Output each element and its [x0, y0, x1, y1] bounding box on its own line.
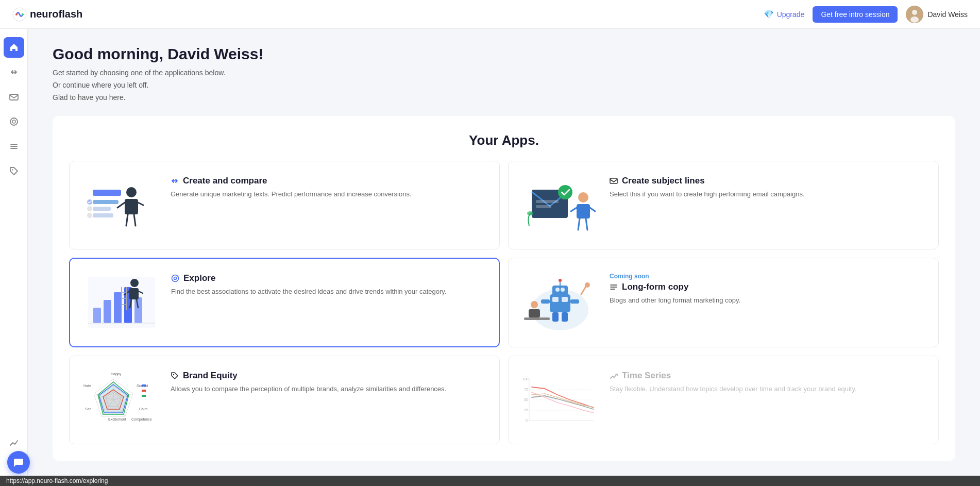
timeseries-card-icon: [610, 372, 618, 380]
svg-point-4: [912, 10, 917, 15]
svg-rect-28: [536, 205, 551, 208]
svg-text:Competence: Competence: [131, 417, 152, 422]
logo-bold-text: flash: [59, 8, 83, 20]
trend-icon-svg: [610, 372, 618, 380]
svg-point-44: [130, 279, 139, 287]
email-card-icon-svg: [610, 177, 618, 185]
long-form-illustration: [519, 269, 601, 336]
svg-rect-43: [134, 297, 142, 323]
layout: Good morning, David Weiss! Get started b…: [0, 29, 980, 486]
time-series-illustration: 100 75 50 25 0: [519, 366, 601, 433]
diamond-icon: 💎: [764, 9, 774, 19]
explore-title-text: Explore: [183, 273, 215, 283]
long-form-title-text: Long-form copy: [622, 282, 688, 292]
main-content: Good morning, David Weiss! Get started b…: [28, 29, 980, 486]
explore-icon: [9, 116, 19, 127]
svg-point-13: [126, 187, 137, 197]
subtitle-line1: Get started by choosing one of the appli…: [53, 67, 955, 79]
subtitle-line3: Glad to have you here.: [53, 92, 955, 104]
svg-text:25: 25: [524, 408, 528, 412]
svg-rect-21: [93, 213, 113, 217]
sidebar-item-explore[interactable]: [4, 111, 24, 132]
long-form-info: Coming soon Long-form copy: [610, 269, 928, 306]
trend-icon: [9, 438, 19, 448]
svg-rect-31: [577, 204, 590, 219]
sidebar-item-home[interactable]: [4, 37, 24, 58]
svg-point-71: [531, 301, 538, 308]
svg-rect-20: [93, 207, 111, 211]
time-series-title-text: Time Series: [622, 371, 671, 381]
email-card-icon: [610, 177, 618, 185]
svg-rect-19: [93, 200, 119, 204]
svg-rect-45: [129, 288, 139, 299]
sidebar-item-email[interactable]: [4, 87, 24, 107]
svg-point-5: [910, 16, 919, 23]
svg-rect-41: [114, 292, 122, 323]
explore-illustration: [80, 269, 163, 336]
topnav: neuroflash 💎 Upgrade Get free intro sess…: [0, 0, 980, 29]
svg-text:0: 0: [526, 418, 528, 422]
subject-lines-illustration: [519, 172, 601, 239]
svg-text:Sad: Sad: [85, 407, 92, 411]
svg-rect-27: [536, 200, 559, 203]
sidebar-item-compare[interactable]: [4, 62, 24, 82]
brand-equity-title-text: Brand Equity: [183, 371, 238, 381]
app-card-time-series[interactable]: 100 75 50 25 0: [508, 356, 939, 444]
lines-icon: [610, 283, 618, 291]
svg-rect-98: [142, 390, 146, 392]
svg-text:Calm: Calm: [139, 407, 148, 411]
chat-bubble-button[interactable]: [7, 451, 30, 474]
sidebar-item-tag[interactable]: [4, 161, 24, 181]
compare-arrows-icon: [171, 177, 179, 185]
svg-point-100: [173, 374, 174, 375]
free-intro-button[interactable]: Get free intro session: [813, 6, 898, 23]
svg-point-66: [559, 279, 562, 282]
app-card-brand-equity[interactable]: Happy Scared Calm Sad Hate Excitement Co…: [69, 356, 500, 444]
svg-rect-39: [93, 308, 101, 323]
svg-line-15: [117, 203, 125, 208]
svg-text:50: 50: [524, 398, 528, 401]
svg-text:100: 100: [522, 377, 529, 381]
subtitle-line2: Or continue where you left off.: [53, 79, 955, 92]
create-compare-title-text: Create and compare: [183, 176, 267, 186]
upgrade-button[interactable]: 💎 Upgrade: [764, 9, 805, 19]
svg-point-63: [555, 288, 560, 292]
compare-card-icon: [171, 177, 179, 185]
app-card-create-compare[interactable]: Create and compare Generate unique marke…: [69, 161, 500, 249]
svg-text:75: 75: [524, 388, 528, 391]
user-info[interactable]: David Weiss: [906, 6, 968, 23]
email-icon: [9, 92, 19, 102]
apps-grid: Create and compare Generate unique marke…: [69, 161, 939, 444]
logo-icon: [12, 7, 27, 22]
app-card-subject-lines[interactable]: Create subject lines Select this if you …: [508, 161, 939, 249]
brand-equity-info: Brand Equity Allows you to compare the p…: [171, 366, 489, 395]
sidebar-item-list[interactable]: [4, 136, 24, 157]
brand-equity-illustration: Happy Scared Calm Sad Hate Excitement Co…: [80, 366, 162, 433]
list-icon: [9, 141, 19, 152]
svg-text:Hate: Hate: [83, 384, 91, 388]
svg-rect-72: [529, 309, 540, 317]
longform-card-icon: [610, 283, 618, 291]
subject-lines-desc: Select this if you want to create high p…: [610, 189, 928, 200]
svg-rect-14: [125, 199, 138, 214]
app-card-long-form[interactable]: Coming soon Long-form copy: [508, 258, 939, 347]
svg-point-30: [578, 192, 588, 203]
subject-lines-info: Create subject lines Select this if you …: [610, 172, 928, 200]
svg-point-57: [174, 277, 177, 280]
svg-point-12: [12, 169, 13, 170]
app-card-explore[interactable]: Explore Find the best associations to ac…: [69, 258, 500, 347]
svg-point-24: [87, 213, 92, 218]
svg-line-74: [581, 287, 586, 294]
svg-rect-60: [552, 297, 559, 302]
home-icon: [9, 42, 19, 53]
sidebar-item-trend[interactable]: [4, 432, 24, 453]
subject-lines-title-text: Create subject lines: [622, 176, 705, 186]
explore-circle-icon: [171, 274, 179, 282]
logo[interactable]: neuroflash: [12, 7, 82, 22]
svg-line-32: [571, 208, 577, 211]
upgrade-label: Upgrade: [777, 10, 805, 19]
svg-text:Happy: Happy: [111, 372, 122, 376]
svg-rect-73: [524, 317, 550, 320]
explore-desc: Find the best associations to activate t…: [171, 287, 488, 297]
tag-icon: [9, 166, 19, 176]
